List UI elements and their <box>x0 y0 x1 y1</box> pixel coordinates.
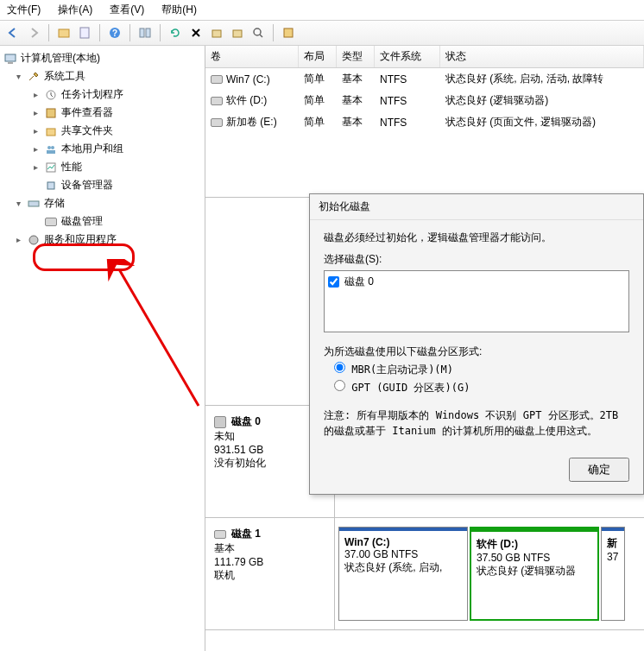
disk-icon <box>214 416 226 428</box>
drive-icon <box>211 97 223 105</box>
users-icon <box>44 142 58 156</box>
tree-shared-folders[interactable]: ▸ 共享文件夹 <box>2 122 203 140</box>
svg-rect-18 <box>47 150 55 154</box>
collapse-icon[interactable]: ▾ <box>14 72 23 81</box>
back-button[interactable] <box>3 23 22 42</box>
svg-text:?: ? <box>112 28 117 38</box>
dialog-note: 注意: 所有早期版本的 Windows 不识别 GPT 分区形式。2TB 的磁盘… <box>324 408 629 439</box>
device-icon <box>44 179 58 193</box>
gpt-radio-input[interactable] <box>334 380 345 391</box>
svg-rect-12 <box>8 62 13 64</box>
svg-rect-0 <box>59 29 69 37</box>
partition-e[interactable]: 新 37 <box>601 527 625 621</box>
tree-performance[interactable]: ▸ 性能 <box>2 158 203 176</box>
disk-1-partitions: Win7 (C:) 37.00 GB NTFS 状态良好 (系统, 启动, 软件… <box>335 518 644 629</box>
drive-icon <box>211 118 223 127</box>
menu-view[interactable]: 查看(V) <box>110 3 144 17</box>
search-button[interactable] <box>249 23 268 42</box>
svg-rect-1 <box>80 28 89 38</box>
forward-button[interactable] <box>24 23 43 42</box>
expand-icon[interactable]: ▸ <box>14 235 23 244</box>
dialog-title: 初始化磁盘 <box>310 194 643 220</box>
menu-help[interactable]: 帮助(H) <box>161 3 197 17</box>
event-icon <box>44 106 58 120</box>
clock-icon <box>44 88 58 102</box>
drive-icon <box>211 75 223 84</box>
tree-event-viewer[interactable]: ▸ 事件查看器 <box>2 104 203 122</box>
svg-rect-4 <box>140 28 144 37</box>
disk-0-checkbox-input[interactable] <box>328 276 339 288</box>
svg-rect-15 <box>47 129 55 136</box>
svg-point-16 <box>47 146 51 149</box>
tree-disk-management[interactable]: 磁盘管理 <box>2 212 203 231</box>
menu-file[interactable]: 文件(F) <box>7 3 41 17</box>
mbr-radio[interactable]: MBR(主启动记录)(M) <box>334 362 629 377</box>
col-type[interactable]: 类型 <box>337 46 375 67</box>
dialog-message: 磁盘必须经过初始化，逻辑磁盘管理器才能访问。 <box>324 231 629 245</box>
properties-button[interactable] <box>75 23 94 42</box>
action-button-2[interactable] <box>228 23 247 42</box>
menubar: 文件(F) 操作(A) 查看(V) 帮助(H) <box>0 0 644 20</box>
drive-icon <box>214 530 226 539</box>
partition-c[interactable]: Win7 (C:) 37.00 GB NTFS 状态良好 (系统, 启动, <box>338 527 468 621</box>
mbr-radio-input[interactable] <box>334 362 345 373</box>
up-button[interactable] <box>54 23 73 42</box>
expand-icon[interactable]: ▸ <box>31 108 41 117</box>
col-layout[interactable]: 布局 <box>299 46 337 67</box>
action-button-1[interactable] <box>207 23 226 42</box>
disk-select-list[interactable]: 磁盘 0 <box>324 270 629 332</box>
view-mode-button[interactable] <box>136 23 155 42</box>
expand-icon[interactable]: ▸ <box>31 126 41 136</box>
expand-icon[interactable]: ▸ <box>31 144 41 154</box>
toolbar: ? <box>0 20 644 46</box>
collapse-icon[interactable]: ▾ <box>14 199 23 208</box>
volume-row[interactable]: 软件 (D:) 简单 基本 NTFS 状态良好 (逻辑驱动器) <box>205 90 644 111</box>
volume-list: Win7 (C:) 简单 基本 NTFS 状态良好 (系统, 启动, 活动, 故… <box>205 68 644 198</box>
col-volume[interactable]: 卷 <box>205 46 299 67</box>
volume-row[interactable]: Win7 (C:) 简单 基本 NTFS 状态良好 (系统, 启动, 活动, 故… <box>205 68 644 90</box>
svg-rect-21 <box>28 201 39 206</box>
svg-rect-6 <box>212 30 221 37</box>
svg-line-9 <box>260 35 262 37</box>
col-status[interactable]: 状态 <box>440 46 644 67</box>
refresh-button[interactable] <box>166 23 185 42</box>
disk-1-info: 磁盘 1 基本 111.79 GB 联机 <box>205 518 335 629</box>
expand-icon[interactable]: ▸ <box>31 162 41 172</box>
delete-button[interactable] <box>186 23 205 42</box>
svg-rect-5 <box>146 28 150 37</box>
storage-icon <box>27 197 41 211</box>
svg-rect-14 <box>47 109 55 117</box>
disk-0-checkbox[interactable]: 磁盘 0 <box>328 275 625 289</box>
tree-local-users[interactable]: ▸ 本地用户和组 <box>2 140 203 158</box>
ok-button[interactable]: 确定 <box>569 458 629 482</box>
svg-rect-7 <box>233 30 242 37</box>
services-icon <box>27 233 41 247</box>
tree-device-manager[interactable]: 设备管理器 <box>2 176 203 194</box>
svg-point-17 <box>51 146 54 149</box>
svg-rect-20 <box>47 182 54 189</box>
partition-d[interactable]: 软件 (D:) 37.50 GB NTFS 状态良好 (逻辑驱动器 <box>470 527 599 621</box>
settings-button[interactable] <box>279 23 298 42</box>
initialize-disk-dialog: 初始化磁盘 磁盘必须经过初始化，逻辑磁盘管理器才能访问。 选择磁盘(S): 磁盘… <box>309 193 644 495</box>
computer-icon <box>3 52 17 66</box>
svg-rect-10 <box>284 28 293 37</box>
expand-icon[interactable]: ▸ <box>31 90 41 99</box>
col-filesystem[interactable]: 文件系统 <box>375 46 440 67</box>
menu-action[interactable]: 操作(A) <box>58 3 92 17</box>
disk-icon <box>44 215 58 229</box>
gpt-radio[interactable]: GPT (GUID 分区表)(G) <box>334 380 629 395</box>
tree-services-apps[interactable]: ▸ 服务和应用程序 <box>2 231 203 249</box>
svg-point-22 <box>29 236 38 244</box>
select-disk-label: 选择磁盘(S): <box>324 252 629 267</box>
partition-style-label: 为所选磁盘使用以下磁盘分区形式: <box>324 344 629 359</box>
tree-task-scheduler[interactable]: ▸ 任务计划程序 <box>2 85 203 104</box>
tree-root[interactable]: 计算机管理(本地) <box>2 49 203 67</box>
tree-system-tools[interactable]: ▾ 系统工具 <box>2 67 203 85</box>
disk-1-block[interactable]: 磁盘 1 基本 111.79 GB 联机 Win7 (C:) 37.00 GB … <box>205 518 644 630</box>
tree-storage[interactable]: ▾ 存储 <box>2 194 203 212</box>
navigation-tree: 计算机管理(本地) ▾ 系统工具 ▸ 任务计划程序 ▸ 事件查看器 ▸ 共享文件… <box>0 46 205 651</box>
volume-list-header: 卷 布局 类型 文件系统 状态 <box>205 46 644 68</box>
help-button[interactable]: ? <box>105 23 124 42</box>
svg-rect-11 <box>5 54 16 61</box>
volume-row[interactable]: 新加卷 (E:) 简单 基本 NTFS 状态良好 (页面文件, 逻辑驱动器) <box>205 111 644 133</box>
